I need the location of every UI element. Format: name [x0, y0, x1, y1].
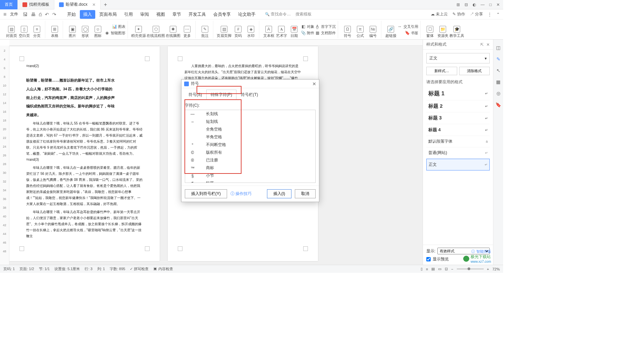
numbering-button[interactable]: №编号: [367, 21, 379, 38]
chart-button[interactable]: 📊图表: [105, 23, 125, 30]
tab-reference[interactable]: 引用: [121, 10, 136, 19]
smartart-button[interactable]: ◉智能图形: [105, 30, 125, 36]
char-list[interactable]: —长划线–短划线 全角空格 半角空格°不间断空格©版权所有®已注册™商标§小节¶…: [185, 110, 316, 183]
current-style-dropdown[interactable]: 正文▾: [426, 53, 490, 63]
watermark-button[interactable]: ◈水印: [245, 21, 257, 38]
maximize-icon[interactable]: □: [489, 2, 492, 7]
zoom-out-icon[interactable]: −: [451, 267, 453, 271]
tab-symbol-bar[interactable]: 符号栏(T): [236, 90, 262, 100]
tab-special-char[interactable]: 特殊字符(P): [206, 90, 236, 100]
close-icon[interactable]: ✕: [496, 2, 500, 7]
char-row[interactable]: ©版权所有: [185, 149, 315, 156]
more-button[interactable]: ⋯更多: [181, 21, 193, 38]
textbox-button[interactable]: A文本框: [263, 21, 275, 38]
status-position[interactable]: 设置值: 5.1厘米: [54, 266, 80, 271]
status-words[interactable]: 字数: 895: [110, 266, 125, 271]
status-spellcheck[interactable]: ✓ 拼写检查: [130, 266, 149, 271]
tab-review[interactable]: 审阅: [137, 10, 152, 19]
wordart-button[interactable]: 𝐀艺术字: [275, 21, 287, 38]
close-icon[interactable]: ✕: [92, 2, 96, 7]
symbol-button[interactable]: Ω符号: [341, 21, 354, 38]
search-template[interactable]: 搜索模板: [296, 11, 312, 17]
status-col[interactable]: 列: 1: [97, 266, 105, 271]
comment-button[interactable]: ✎批注: [199, 21, 211, 38]
pin-icon[interactable]: ⇱: [480, 42, 484, 47]
show-preview-checkbox[interactable]: [426, 257, 431, 261]
preview-icon[interactable]: ⎙: [39, 12, 42, 17]
object-button[interactable]: ◧对象: [301, 23, 314, 30]
style-heading1[interactable]: 标题 1↵: [426, 87, 490, 100]
pen-icon[interactable]: ✎: [495, 56, 501, 62]
hyperlink-button[interactable]: 🔗超链接: [385, 21, 397, 38]
view-page-icon[interactable]: ▯: [421, 267, 423, 271]
page-break-button[interactable]: ≡分页: [31, 21, 43, 38]
char-row[interactable]: —长划线: [185, 110, 315, 118]
smart-layout-badge[interactable]: ⓘ 智能排版: [471, 249, 491, 254]
resource-button[interactable]: 📁资源夹: [437, 21, 449, 38]
view-outline-icon[interactable]: ≡: [426, 267, 428, 271]
style-body[interactable]: 正文↵: [426, 159, 490, 170]
tab-insert[interactable]: 插入: [80, 10, 95, 19]
zoom-in-icon[interactable]: +: [487, 267, 489, 271]
save-icon[interactable]: 🖫: [23, 12, 28, 17]
cancel-button[interactable]: 取消: [295, 189, 316, 198]
style-heading3[interactable]: 标题 3↵: [426, 112, 490, 124]
char-row[interactable]: 半角空格: [185, 133, 315, 141]
zoom-slider[interactable]: [457, 268, 484, 269]
teaching-button[interactable]: 🎓教学工具: [449, 21, 464, 38]
date-button[interactable]: 📅日期: [288, 21, 300, 38]
tab-view[interactable]: 视图: [153, 10, 168, 19]
collab-button[interactable]: ✎ 协作: [452, 11, 465, 17]
dropcap-button[interactable]: A̲首字下沉: [315, 23, 336, 30]
char-row[interactable]: °不间断空格: [185, 141, 315, 149]
target-icon[interactable]: ◎: [495, 91, 501, 97]
table-button[interactable]: ⊞表格: [49, 21, 61, 38]
zoom-fit-icon[interactable]: ⊡: [445, 267, 448, 271]
style-heading4[interactable]: 标题 4↵: [426, 124, 490, 136]
status-section[interactable]: 节: 1/1: [39, 266, 50, 271]
clear-format-button[interactable]: 清除格式: [459, 67, 490, 75]
cover-page-button[interactable]: ▤封面页: [5, 21, 17, 38]
char-row[interactable]: 全角空格: [185, 126, 315, 133]
close-icon[interactable]: ✕: [486, 42, 490, 47]
toolbox-icon[interactable]: ◫: [495, 45, 501, 51]
tab-member[interactable]: 会员专享: [210, 10, 234, 19]
layout-icon[interactable]: ⊞: [457, 2, 460, 7]
tips-link[interactable]: ⓘ 操作技巧: [230, 191, 252, 197]
char-row[interactable]: ®已注册: [185, 156, 315, 164]
user-icon[interactable]: ◐: [473, 2, 476, 7]
style-normal-web[interactable]: 普通(网站)↵: [426, 147, 490, 159]
crossref-button[interactable]: ↔交叉引用: [397, 23, 418, 30]
tab-document[interactable]: 盼望着.docx✕: [54, 0, 101, 9]
new-style-button[interactable]: 新样式…: [426, 67, 457, 75]
style-heading2[interactable]: 标题 2↵: [426, 100, 490, 112]
tab-section[interactable]: 章节: [169, 10, 184, 19]
search-command[interactable]: 查找命令…: [265, 11, 291, 17]
thumbnail-icon[interactable]: ▦: [495, 79, 501, 85]
insert-to-bar-button[interactable]: 插入到符号栏(Y): [185, 189, 227, 198]
tab-thesis[interactable]: 论文助手: [235, 10, 259, 19]
char-row[interactable]: ¶段落: [185, 180, 315, 183]
tab-pagelayout[interactable]: 页面布局: [96, 10, 120, 19]
char-row[interactable]: ™商标: [185, 164, 315, 172]
collapse-icon[interactable]: ⌃: [496, 12, 500, 17]
view-read-icon[interactable]: ▭: [438, 267, 441, 271]
header-footer-button[interactable]: ▤页眉页脚: [217, 21, 231, 38]
char-row[interactable]: –短划线: [185, 118, 315, 126]
flowchart-button[interactable]: ⬡在线流程图: [147, 21, 165, 38]
tab-templates[interactable]: 找稻壳模板: [18, 0, 54, 9]
close-icon[interactable]: ✕: [312, 81, 316, 87]
page-1[interactable]: =rand(2) 盼望着，盼望着……翘首以盼的新年近了。街市上车水 人山人海，好…: [9, 46, 160, 261]
insert-button[interactable]: 插入(I): [267, 189, 291, 198]
tab-add[interactable]: +: [101, 2, 110, 8]
minimize-icon[interactable]: —: [481, 2, 485, 7]
bookmark-button[interactable]: 🔖书签: [397, 30, 418, 36]
tab-developer[interactable]: 开发工具: [185, 10, 209, 19]
attachment-button[interactable]: 📎附件: [301, 30, 314, 36]
docparts-button[interactable]: ▦文档部件: [315, 30, 336, 36]
bookmark-icon[interactable]: 🔖: [495, 102, 501, 108]
picture-button[interactable]: ▣图片: [66, 21, 78, 38]
select-icon[interactable]: ↖: [495, 68, 501, 74]
page-number-button[interactable]: #页码: [232, 21, 244, 38]
vertical-ruler[interactable]: 2468101214161820222426283032343638404244…: [0, 46, 9, 265]
